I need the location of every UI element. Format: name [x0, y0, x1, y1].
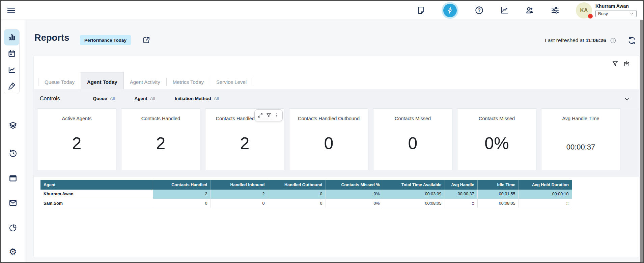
controls-row: Controls Queue All Agent All Initiation …: [34, 89, 639, 108]
layers-icon: [8, 121, 18, 130]
table-row: Khurram.Awan 2 2 0 0% 00:03:09 00:00:37 …: [40, 190, 572, 199]
kpi-contacts-handled: Contacts Handled 2: [121, 108, 200, 170]
topbar-actions: ? KA Khurram Awan Busy: [416, 1, 637, 20]
col-contacts-handled[interactable]: Contacts Handled: [153, 180, 211, 190]
download-icon[interactable]: [623, 60, 630, 67]
col-contacts-missed-pct[interactable]: Contacts Missed %: [326, 180, 383, 190]
col-idle-time[interactable]: Idle Time: [477, 180, 519, 190]
people-icon[interactable]: [525, 6, 534, 15]
sidebar-item-design[interactable]: [4, 78, 19, 94]
window-icon: [8, 174, 18, 183]
kpi-contacts-missed-pct: Contacts Missed 0%: [457, 108, 536, 170]
report-badge: Performance Today: [80, 35, 131, 45]
gear-icon: ⚙: [9, 247, 17, 256]
col-agent[interactable]: Agent: [40, 180, 153, 190]
panel-tools: [612, 60, 630, 67]
help-icon[interactable]: ?: [475, 6, 484, 15]
controls-title: Controls: [40, 96, 60, 102]
last-refreshed-time: 11:06:26: [586, 37, 606, 43]
mail-icon: [8, 198, 18, 207]
agent-name-cell: Sam.Som: [40, 199, 153, 208]
sidebar-item-mail[interactable]: [1, 196, 25, 209]
kebab-menu-icon[interactable]: [274, 112, 280, 118]
metrics-icon[interactable]: [500, 6, 509, 15]
quick-actions-button[interactable]: [442, 2, 458, 19]
col-avg-hold-duration[interactable]: Avg Hold Duration: [519, 180, 572, 190]
chevron-down-icon: [629, 11, 634, 16]
table-header-row: Agent Contacts Handled Handled Inbound H…: [40, 180, 572, 190]
refresh-icon[interactable]: [627, 36, 636, 45]
tab-metrics-today[interactable]: Metrics Today: [167, 74, 210, 89]
expand-icon[interactable]: [257, 112, 263, 118]
col-avg-handle[interactable]: Avg Handle: [445, 180, 477, 190]
tab-service-level[interactable]: Service Level: [210, 74, 253, 89]
lightning-icon: [443, 4, 457, 17]
sidebar-report-group: [4, 29, 20, 94]
sidebar-item-line-chart[interactable]: [4, 62, 19, 78]
info-icon[interactable]: [610, 37, 616, 44]
note-icon[interactable]: [416, 6, 425, 15]
svg-text:?: ?: [478, 7, 481, 13]
refresh-cluster: Last refreshed at 11:06:26: [545, 36, 636, 45]
agent-table: Agent Contacts Handled Handled Inbound H…: [40, 180, 572, 208]
pie-chart-icon: [8, 223, 18, 232]
calendar-icon: [7, 49, 16, 58]
filter-queue[interactable]: Queue All: [93, 96, 115, 101]
report-panel: Queue Today Agent Today Agent Activity M…: [33, 56, 639, 257]
external-link-icon[interactable]: [142, 36, 150, 44]
line-chart-icon: [7, 65, 16, 74]
bar-chart-icon: [7, 33, 16, 42]
agent-name-cell: Khurram.Awan: [40, 190, 153, 199]
col-handled-outbound[interactable]: Handled Outbound: [268, 180, 326, 190]
table-row: Sam.Som 0 0 0 0% 00:08:05 :: 00:08:05 ::: [40, 199, 572, 208]
col-handled-inbound[interactable]: Handled Inbound: [211, 180, 268, 190]
kpi-contacts-handled-outbound: Contacts Handled Outbound 0: [289, 108, 368, 170]
sidebar: ⚙: [1, 20, 25, 263]
design-brush-icon: [7, 81, 16, 90]
filter-icon[interactable]: [266, 112, 272, 118]
last-refreshed-text: Last refreshed at 11:06:26: [545, 37, 606, 43]
kpi-hover-toolbar: [254, 109, 283, 121]
controls-collapse-chevron-icon[interactable]: [623, 95, 631, 103]
hamburger-menu-icon[interactable]: [6, 6, 16, 15]
history-icon: [8, 149, 18, 158]
status-select[interactable]: Busy: [595, 10, 637, 17]
tab-agent-today[interactable]: Agent Today: [81, 72, 124, 89]
report-tabs: Queue Today Agent Today Agent Activity M…: [34, 74, 639, 89]
col-total-time-available[interactable]: Total Time Available: [383, 180, 445, 190]
sidebar-item-history[interactable]: [1, 146, 25, 160]
page-title: Reports: [34, 33, 69, 43]
sidebar-item-settings[interactable]: ⚙: [1, 245, 25, 258]
kpi-cards: Active Agents 2 Contacts Handled 2 Conta…: [37, 108, 620, 170]
kpi-avg-handle-time: Avg Handle Time 00:00:37: [541, 108, 620, 170]
filter-agent[interactable]: Agent All: [135, 96, 155, 101]
filter-initiation-method[interactable]: Initiation Method All: [175, 96, 219, 101]
avatar-initials: KA: [580, 7, 588, 13]
status-select-value: Busy: [598, 11, 608, 16]
app-window: ? KA Khurram Awan Busy: [0, 0, 644, 263]
page-header: Reports Performance Today Last refreshed…: [25, 20, 643, 56]
top-bar: ? KA Khurram Awan Busy: [1, 1, 643, 20]
scrollbar-thumb[interactable]: [640, 1, 643, 262]
filter-icon[interactable]: [612, 60, 619, 67]
sliders-icon[interactable]: [551, 6, 560, 15]
status-dot: [588, 14, 593, 19]
user-block: KA Khurram Awan Busy: [576, 2, 637, 19]
sidebar-item-bar-chart[interactable]: [4, 29, 19, 45]
tab-agent-activity[interactable]: Agent Activity: [124, 74, 166, 89]
sidebar-item-window[interactable]: [1, 171, 25, 185]
kpi-contacts-missed: Contacts Missed 0: [373, 108, 452, 170]
tab-queue-today[interactable]: Queue Today: [38, 74, 81, 89]
user-name: Khurram Awan: [595, 3, 637, 9]
kpi-contacts-handled-inbound: Contacts Handled Inbound 2: [205, 108, 284, 170]
vertical-scrollbar[interactable]: [640, 1, 643, 262]
kpi-active-agents: Active Agents 2: [37, 108, 116, 170]
tab-divider: [253, 78, 253, 86]
avatar[interactable]: KA: [576, 2, 592, 19]
sidebar-item-calendar[interactable]: [4, 45, 19, 62]
sidebar-item-layers[interactable]: [1, 119, 25, 132]
sidebar-item-pie-chart[interactable]: [1, 221, 25, 234]
